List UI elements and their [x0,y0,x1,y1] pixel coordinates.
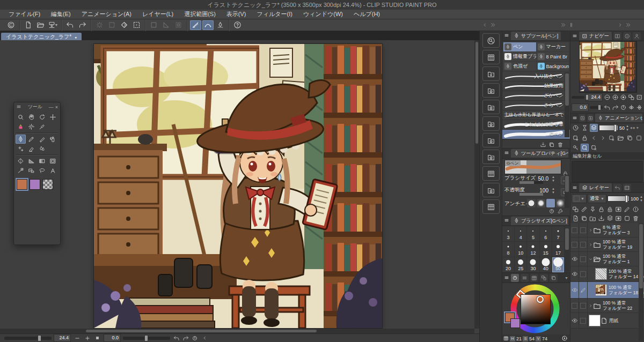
navigator-rotate-value[interactable]: 0.0 [572,103,589,111]
clock-icon[interactable] [572,124,580,132]
brush-size-25[interactable]: 25 [515,257,527,273]
snap-ruler-button[interactable] [190,20,201,30]
draft-icon[interactable] [623,205,631,213]
animation-cel-tab[interactable]: アニメーションセル [595,114,642,122]
transform-frame-button[interactable] [131,20,142,30]
layer-check-cell[interactable] [579,252,588,266]
layer-check-cell[interactable] [579,223,588,237]
layer-check-cell[interactable] [579,237,588,251]
status-rotate-value[interactable]: 0.0 [104,334,121,342]
rotate-canvas-tool[interactable] [37,113,47,122]
layer-effect-dropdown[interactable]: ▼ [572,194,587,203]
sv-marker[interactable] [537,296,544,303]
brush-size-6[interactable]: 6 [540,226,552,242]
status-zoom-value[interactable]: 24.4 [54,334,71,342]
antialias-dropdown-icon[interactable]: ▼ [557,201,560,205]
material-favorite-button[interactable] [482,83,500,98]
cell-new-icon[interactable] [572,134,580,142]
help-button[interactable] [232,20,243,30]
subtool-item-3[interactable]: 8 Paint Br [537,52,569,61]
flip-v-icon[interactable] [636,103,643,111]
brush-size-17[interactable]: 17 [552,242,565,257]
redo-button[interactable] [77,20,88,30]
menu-item-3[interactable]: レイヤー(L) [137,10,179,19]
book-tab[interactable] [613,32,621,40]
minimize-icon[interactable]: — [49,105,54,110]
layer-editing-indicator[interactable] [579,282,588,298]
layer-thumbnail[interactable] [595,268,607,280]
move-tool[interactable] [48,113,58,122]
layer-visibility-toggle[interactable] [570,266,579,281]
material-search-button[interactable] [482,33,500,48]
status-zoom-slider[interactable] [4,337,52,340]
layer-expand-icon[interactable] [588,242,593,247]
wrench-icon[interactable] [557,208,564,214]
gradient-left-tool[interactable] [26,157,36,166]
subtool-item-4[interactable]: 色混ぜ [503,62,536,71]
divide-icon[interactable] [623,214,631,222]
layer-scrollbar[interactable] [639,223,643,341]
main-color-swatch[interactable] [17,179,27,190]
redo-icon[interactable] [612,103,619,111]
brush-size-5[interactable]: 5 [527,226,539,242]
pencil-tool[interactable] [26,135,36,144]
hue-value[interactable]: 21 [516,336,522,341]
subtool-menu-icon[interactable] [504,33,509,39]
brush-size-40[interactable]: 40 [540,257,552,273]
onion-opacity-slider[interactable] [599,125,618,131]
import-icon[interactable] [540,142,546,148]
new-doc-button[interactable] [23,20,34,30]
minus-circle-icon[interactable] [604,93,611,101]
brush-size-stepper[interactable]: ▲▼ [552,175,555,183]
cell-b-tab[interactable] [587,114,594,122]
brush-size-20[interactable]: 20 [502,257,515,273]
material-materials-button[interactable] [482,199,500,214]
panel-splitter-handle[interactable] [560,22,574,28]
close-icon[interactable]: × [55,105,58,110]
deselect-button[interactable] [94,20,105,30]
duplicate-icon[interactable] [548,142,555,148]
material-favorite-button[interactable] [482,150,500,164]
select-tri-button[interactable] [160,20,172,30]
sub-color-swatch[interactable] [30,179,40,190]
airbrush-tool[interactable] [48,135,58,144]
chev-left-icon[interactable] [590,134,598,142]
color-set-tab[interactable] [530,274,538,282]
subtool-item-2[interactable]: 情報量ブラ [503,52,536,61]
navigator-zoom-slider[interactable] [572,96,584,99]
tool-palette-menu-icon[interactable] [16,104,21,110]
canvas-area[interactable] [0,40,479,333]
brush-item-3[interactable]: さらペン [502,101,570,110]
material-favorite-button[interactable] [482,133,500,147]
combine-icon[interactable] [606,214,614,222]
saturation-value[interactable]: 54 [529,336,535,341]
material-materials-button[interactable] [482,166,500,181]
panel-collapse-icon[interactable]: ▼ [565,276,568,280]
gradient-tool[interactable] [37,157,47,166]
subtool-item-5[interactable]: Backgroun [537,62,569,71]
lock-alpha-icon[interactable] [606,205,614,213]
brush-size-4[interactable]: 4 [515,226,527,242]
layer-row-6[interactable]: 用紙 [570,313,644,329]
layer-visibility-toggle[interactable] [570,282,579,298]
cell-key-icon[interactable] [572,144,580,152]
layer-tab[interactable]: レイヤー [579,183,612,192]
subtool-item-0[interactable]: ペン [503,42,536,51]
undo-icon[interactable] [604,103,611,111]
layer-check-cell[interactable] [579,299,588,313]
menu-item-6[interactable]: フィルター(I) [252,10,298,19]
redo-icon[interactable] [181,334,189,342]
color-wheel-tab[interactable] [511,274,519,282]
brush-size-7[interactable]: 7 [552,226,565,242]
eraser-tool[interactable] [26,144,36,153]
subtool-item-1[interactable]: マーカー [537,42,569,51]
brush-size-8[interactable]: 8 [502,242,515,257]
material-favorite-button[interactable] [482,116,500,131]
subtool-tab[interactable]: サブツール[ペン] [511,32,561,40]
status-expand-icon[interactable] [201,334,209,342]
dbl-right-icon[interactable] [490,22,496,28]
reset-rotate-icon[interactable] [548,208,555,214]
brush-size-scrollbar[interactable] [565,227,569,272]
hamburger-icon[interactable] [572,33,577,39]
lock-icon[interactable] [597,205,605,213]
